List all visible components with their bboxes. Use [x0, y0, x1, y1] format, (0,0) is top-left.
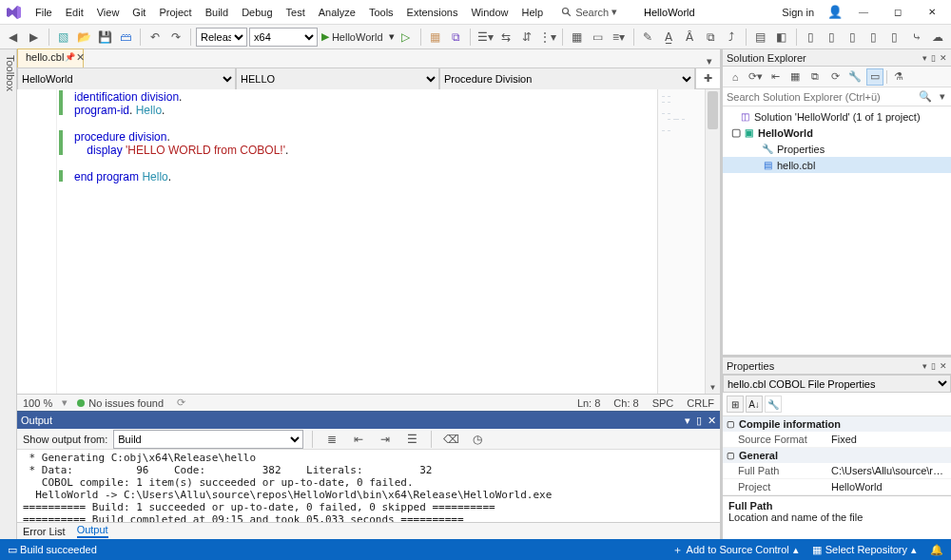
props-pin-icon[interactable]: ▯	[931, 361, 936, 371]
panel-close-icon[interactable]: ✕	[708, 415, 716, 427]
save-all-button[interactable]: 🗃	[117, 27, 136, 48]
tool-a[interactable]: ▦	[425, 27, 444, 48]
add-source-control[interactable]: ＋Add to Source Control ▴	[672, 543, 799, 557]
toolbox-panel[interactable]: Toolbox	[0, 49, 17, 539]
se-pin-icon[interactable]: ▯	[931, 53, 936, 63]
code-editor[interactable]: identification division. program-id. Hel…	[17, 89, 720, 394]
tool-t[interactable]: ▯	[864, 27, 883, 48]
se-sync-icon[interactable]: ⟳▾	[747, 68, 764, 86]
se-collapse-icon[interactable]: ⇤	[767, 68, 784, 86]
select-repository[interactable]: ▦Select Repository ▴	[812, 544, 917, 556]
se-options-icon[interactable]: ▾	[922, 53, 927, 63]
se-filter-icon[interactable]: ⚗	[890, 68, 907, 86]
se-props-icon[interactable]: 🔧	[846, 68, 864, 86]
props-close-icon[interactable]: ✕	[940, 361, 947, 371]
tree-hello-file[interactable]: ▤ hello.cbl	[723, 157, 951, 173]
nav-scope-combo[interactable]: HELLO	[236, 68, 439, 89]
se-search-input[interactable]	[723, 87, 917, 106]
document-tab-hello[interactable]: hello.cbl 📌 ✕	[17, 48, 84, 68]
tool-s[interactable]: ▯	[844, 27, 863, 48]
prop-fullpath-v[interactable]: C:\Users\Allu\source\repos\HelloWorld\he…	[827, 463, 951, 479]
space-mode[interactable]: SPC	[652, 397, 674, 409]
zoom-level[interactable]: 100 %	[23, 397, 52, 409]
panel-pin-icon[interactable]: ▯	[696, 415, 702, 427]
menu-git[interactable]: Git	[126, 3, 152, 22]
tool-b[interactable]: ⧉	[446, 27, 465, 48]
platform-combo[interactable]: x64	[249, 28, 318, 47]
notifications-icon[interactable]: 🔔	[930, 544, 943, 556]
tool-j[interactable]: ✎	[638, 27, 657, 48]
tool-l[interactable]: Ȃ	[680, 27, 699, 48]
tool-u[interactable]: ▯	[884, 27, 903, 48]
out-btn-clear[interactable]: ⌫	[440, 429, 461, 450]
cat-general[interactable]: ▢General	[723, 448, 951, 463]
menu-edit[interactable]: Edit	[59, 3, 90, 22]
out-btn-4[interactable]: ☰	[401, 429, 422, 450]
se-home-icon[interactable]: ⌂	[727, 68, 744, 86]
close-button[interactable]: ✕	[919, 7, 945, 17]
live-share-button[interactable]: ⤷	[907, 27, 926, 48]
tool-h[interactable]: ▭	[589, 27, 608, 48]
menu-test[interactable]: Test	[280, 3, 312, 22]
out-btn-time[interactable]: ◷	[467, 429, 488, 450]
tree-solution[interactable]: ◫ Solution 'HelloWorld' (1 of 1 project)	[723, 108, 951, 125]
redo-button[interactable]: ↷	[166, 27, 185, 48]
menu-help[interactable]: Help	[515, 3, 551, 22]
minimize-button[interactable]: —	[850, 7, 877, 17]
account-icon[interactable]: 👤	[827, 5, 843, 19]
nav-fwd-button[interactable]: ▶	[25, 27, 44, 48]
tool-g[interactable]: ▦	[568, 27, 587, 48]
tool-f[interactable]: ⋮▾	[538, 27, 557, 48]
tool-q[interactable]: ▯	[802, 27, 821, 48]
out-btn-1[interactable]: ≣	[321, 429, 342, 450]
se-refresh-icon[interactable]: ⟳	[826, 68, 844, 86]
close-tab-icon[interactable]: ✕	[73, 51, 87, 64]
open-button[interactable]: 📂	[75, 27, 94, 48]
menu-extensions[interactable]: Extensions	[400, 3, 465, 22]
out-btn-3[interactable]: ⇥	[375, 429, 396, 450]
se-close-icon[interactable]: ✕	[940, 53, 947, 63]
undo-button[interactable]: ↶	[146, 27, 165, 48]
se-showall-icon[interactable]: ▦	[786, 68, 804, 86]
props-cat-button[interactable]: ⊞	[727, 396, 744, 413]
tool-i[interactable]: ≡▾	[610, 27, 629, 48]
se-search-drop-icon[interactable]: ▾	[934, 87, 951, 106]
tool-o[interactable]: ▤	[751, 27, 770, 48]
search-box[interactable]: Search ▾	[561, 6, 617, 18]
prop-source-format-v[interactable]: Fixed	[827, 432, 951, 448]
tab-overflow-button[interactable]: ▾	[699, 55, 720, 68]
maximize-button[interactable]: ◻	[884, 7, 911, 17]
tree-properties[interactable]: 🔧 Properties	[723, 141, 951, 157]
tree-project[interactable]: ▢▣ HelloWorld	[723, 125, 951, 141]
eol-mode[interactable]: CRLF	[687, 397, 714, 409]
tool-d[interactable]: ⇆	[496, 27, 515, 48]
new-project-button[interactable]: ▧	[54, 27, 73, 48]
scroll-thumb[interactable]	[708, 91, 718, 129]
tab-error-list[interactable]: Error List	[23, 526, 66, 537]
props-pages-button[interactable]: 🔧	[765, 396, 782, 413]
editor-scrollbar[interactable]: ▲ ▼	[705, 89, 720, 394]
nav-project-combo[interactable]: HelloWorld	[17, 68, 236, 89]
minimap[interactable]: — — — — — — — —— — — —	[657, 89, 705, 394]
start-debug-button[interactable]: ▶ HelloWorld ▾	[321, 30, 395, 43]
feedback-button[interactable]: ☁	[928, 27, 947, 48]
solution-tree[interactable]: ◫ Solution 'HelloWorld' (1 of 1 project)…	[723, 106, 951, 355]
tool-c[interactable]: ☰▾	[476, 27, 495, 48]
output-title-bar[interactable]: Output ▾ ▯ ✕	[17, 412, 720, 429]
props-subject-combo[interactable]: hello.cbl COBOL File Properties	[723, 375, 951, 393]
menu-analyze[interactable]: Analyze	[312, 3, 362, 22]
tool-e[interactable]: ⇵	[517, 27, 536, 48]
solution-explorer-title[interactable]: Solution Explorer ▾ ▯ ✕	[723, 49, 951, 67]
code-body[interactable]: identification division. program-id. Hel…	[67, 89, 657, 394]
properties-title[interactable]: Properties ▾ ▯ ✕	[723, 357, 951, 375]
menu-view[interactable]: View	[90, 3, 126, 22]
nav-back-button[interactable]: ◀	[4, 27, 23, 48]
menu-window[interactable]: Window	[464, 3, 514, 22]
save-button[interactable]: 💾	[96, 27, 115, 48]
config-combo[interactable]: Release	[196, 28, 247, 47]
se-search-go-icon[interactable]: 🔍	[917, 87, 934, 106]
tool-m[interactable]: ⧉	[701, 27, 720, 48]
menu-build[interactable]: Build	[199, 3, 235, 22]
panel-options-icon[interactable]: ▾	[685, 415, 690, 427]
output-source-combo[interactable]: Build	[113, 430, 303, 449]
